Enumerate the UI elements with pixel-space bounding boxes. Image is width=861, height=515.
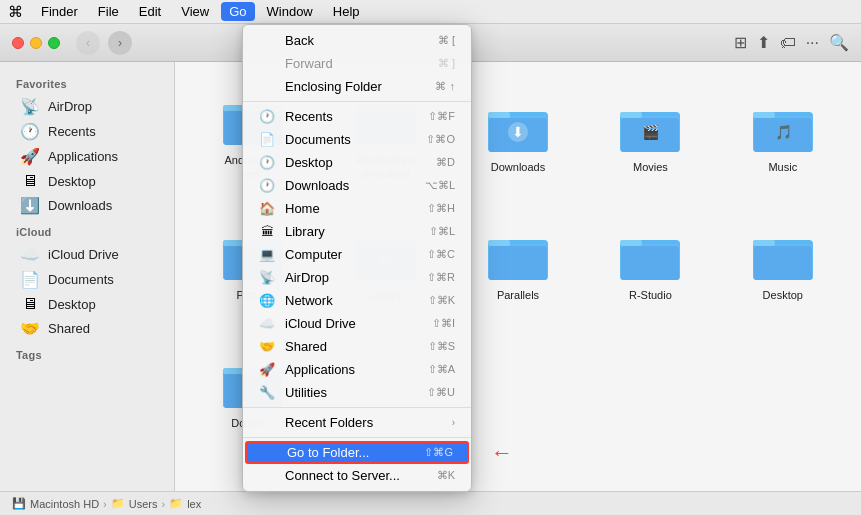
menu-item-shared-go-label: Shared (285, 339, 418, 354)
share-icon[interactable]: ⬆ (757, 33, 770, 52)
svg-rect-21 (753, 112, 775, 118)
users-label: Users (129, 498, 158, 510)
menu-edit[interactable]: Edit (131, 2, 169, 21)
menu-item-recent-folders-label: Recent Folders (285, 415, 442, 430)
computer-icon: 💻 (259, 247, 275, 262)
close-button[interactable] (12, 37, 24, 49)
file-label-parallels: Parallels (497, 288, 539, 302)
apple-menu[interactable]: ⌘ (8, 3, 23, 21)
separator-3 (243, 437, 471, 438)
lex-icon: 📁 (169, 497, 183, 510)
svg-rect-44 (754, 246, 812, 280)
menu-item-downloads-go[interactable]: 🕐 Downloads ⌥⌘L (243, 174, 471, 197)
airdrop-menu-icon: 📡 (259, 270, 275, 285)
breadcrumb-sep1: › (103, 498, 107, 510)
downloads-go-shortcut: ⌥⌘L (425, 179, 455, 192)
breadcrumb-hd[interactable]: 💾 Macintosh HD (12, 497, 99, 510)
menu-item-connect-server[interactable]: Connect to Server... ⌘K (243, 464, 471, 487)
file-item-music[interactable]: 🎵 Music (721, 78, 845, 198)
menu-file[interactable]: File (90, 2, 127, 21)
menu-item-recents[interactable]: 🕐 Recents ⇧⌘F (243, 105, 471, 128)
recents-icon: 🕐 (20, 122, 40, 141)
file-item-desktop-folder[interactable]: Desktop (721, 206, 845, 326)
menu-item-icloud-go[interactable]: ☁️ iCloud Drive ⇧⌘I (243, 312, 471, 335)
menu-item-recent-folders[interactable]: Recent Folders › (243, 411, 471, 434)
desktop-go-shortcut: ⌘D (436, 156, 455, 169)
menu-help[interactable]: Help (325, 2, 368, 21)
svg-rect-40 (621, 246, 679, 280)
sidebar-item-desktop[interactable]: 🖥 Desktop (4, 169, 170, 193)
menu-go[interactable]: Go (221, 2, 254, 21)
menu-window[interactable]: Window (259, 2, 321, 21)
svg-rect-39 (620, 240, 642, 246)
menu-item-documents[interactable]: 📄 Documents ⇧⌘O (243, 128, 471, 151)
menu-view[interactable]: View (173, 2, 217, 21)
menu-item-shared-go[interactable]: 🤝 Shared ⇧⌘S (243, 335, 471, 358)
menu-item-connect-server-label: Connect to Server... (285, 468, 427, 483)
sidebar-item-airdrop[interactable]: 📡 AirDrop (4, 94, 170, 119)
back-button[interactable]: ‹ (76, 31, 100, 55)
file-item-downloads[interactable]: ⬇ Downloads (456, 78, 580, 198)
menu-item-home[interactable]: 🏠 Home ⇧⌘H (243, 197, 471, 220)
desktop-icon: 🖥 (20, 172, 40, 190)
go-menu-dropdown: Back ⌘ [ Forward ⌘ ] Enclosing Folder ⌘ … (242, 24, 472, 492)
menu-finder[interactable]: Finder (33, 2, 86, 21)
breadcrumb: 💾 Macintosh HD › 📁 Users › 📁 lex (0, 491, 861, 515)
maximize-button[interactable] (48, 37, 60, 49)
sidebar-item-icloud-drive[interactable]: ☁️ iCloud Drive (4, 242, 170, 267)
file-item-rstudio[interactable]: R-Studio (588, 206, 712, 326)
menu-item-desktop-go[interactable]: 🕐 Desktop ⌘D (243, 151, 471, 174)
menu-item-back[interactable]: Back ⌘ [ (243, 29, 471, 52)
tag-icon[interactable]: 🏷 (780, 34, 796, 52)
search-icon[interactable]: 🔍 (829, 33, 849, 52)
recents-shortcut: ⇧⌘F (428, 110, 455, 123)
sidebar-item-shared[interactable]: 🤝 Shared (4, 316, 170, 341)
hd-label: Macintosh HD (30, 498, 99, 510)
sidebar-section-tags: Tags (0, 341, 174, 365)
menu-item-airdrop-go[interactable]: 📡 AirDrop ⇧⌘R (243, 266, 471, 289)
menu-item-computer[interactable]: 💻 Computer ⇧⌘C (243, 243, 471, 266)
breadcrumb-users[interactable]: 📁 Users (111, 497, 158, 510)
sidebar-item-recents[interactable]: 🕐 Recents (4, 119, 170, 144)
forward-button[interactable]: › (108, 31, 132, 55)
sidebar-section-favorites: Favorites (0, 70, 174, 94)
downloads-menu-icon: 🕐 (259, 178, 275, 193)
menu-item-icloud-go-label: iCloud Drive (285, 316, 422, 331)
view-icon[interactable]: ⊞ (734, 33, 747, 52)
menu-item-documents-label: Documents (285, 132, 416, 147)
shared-icon: 🤝 (20, 319, 40, 338)
folder-icon-rstudio (618, 230, 682, 282)
file-item-movies[interactable]: 🎬 Movies (588, 78, 712, 198)
go-to-folder-shortcut: ⇧⌘G (424, 446, 453, 459)
menu-item-utilities[interactable]: 🔧 Utilities ⇧⌘U (243, 381, 471, 404)
menu-item-go-to-folder-label: Go to Folder... (287, 445, 414, 460)
sidebar-applications-label: Applications (48, 149, 118, 164)
sidebar-item-downloads[interactable]: ⬇️ Downloads (4, 193, 170, 218)
breadcrumb-sep2: › (161, 498, 165, 510)
red-arrow-indicator: ← (491, 440, 513, 466)
menu-item-forward[interactable]: Forward ⌘ ] (243, 52, 471, 75)
svg-text:⬇: ⬇ (512, 124, 524, 140)
file-item-parallels[interactable]: Parallels (456, 206, 580, 326)
more-icon[interactable]: ··· (806, 34, 819, 52)
menu-item-enclosing[interactable]: Enclosing Folder ⌘ ↑ (243, 75, 471, 98)
sidebar-item-documents[interactable]: 📄 Documents (4, 267, 170, 292)
menu-item-library-go[interactable]: 🏛 Library ⇧⌘L (243, 220, 471, 243)
submenu-arrow: › (452, 417, 455, 428)
sidebar-item-applications[interactable]: 🚀 Applications (4, 144, 170, 169)
menu-item-network[interactable]: 🌐 Network ⇧⌘K (243, 289, 471, 312)
airdrop-go-shortcut: ⇧⌘R (427, 271, 455, 284)
minimize-button[interactable] (30, 37, 42, 49)
folder-icon-music: 🎵 (751, 102, 815, 154)
folder-icon-desktop (751, 230, 815, 282)
breadcrumb-lex[interactable]: 📁 lex (169, 497, 201, 510)
sidebar-item-desktop2[interactable]: 🖥 Desktop (4, 292, 170, 316)
menu-item-applications-go[interactable]: 🚀 Applications ⇧⌘A (243, 358, 471, 381)
file-label-desktop: Desktop (763, 288, 803, 302)
menu-item-downloads-go-label: Downloads (285, 178, 415, 193)
enclosing-shortcut: ⌘ ↑ (435, 80, 455, 93)
back-shortcut: ⌘ [ (438, 34, 455, 47)
file-label-rstudio: R-Studio (629, 288, 672, 302)
menu-item-go-to-folder[interactable]: Go to Folder... ⇧⌘G (245, 441, 469, 464)
svg-rect-10 (488, 112, 510, 118)
